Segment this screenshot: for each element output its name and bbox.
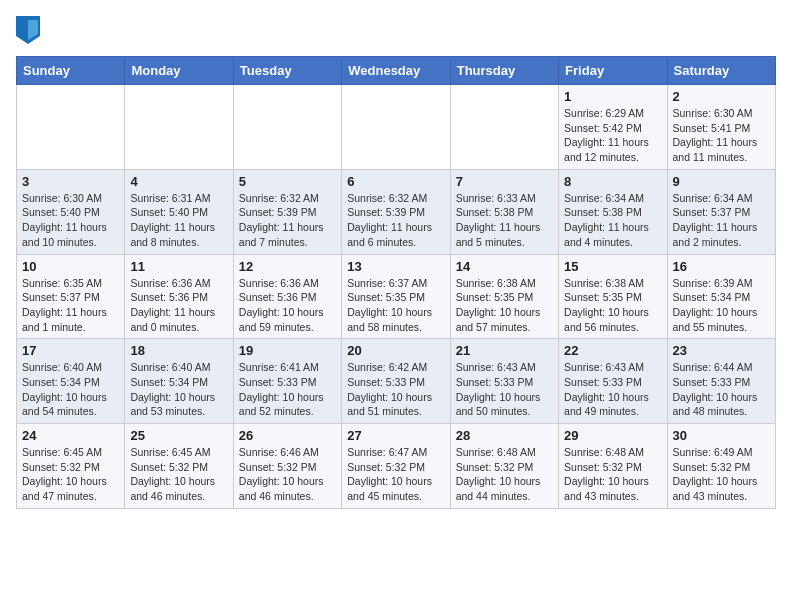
calendar-cell: 28Sunrise: 6:48 AM Sunset: 5:32 PM Dayli… xyxy=(450,424,558,509)
weekday-header: Tuesday xyxy=(233,57,341,85)
day-info: Sunrise: 6:45 AM Sunset: 5:32 PM Dayligh… xyxy=(130,445,227,504)
calendar-cell: 16Sunrise: 6:39 AM Sunset: 5:34 PM Dayli… xyxy=(667,254,775,339)
day-number: 25 xyxy=(130,428,227,443)
calendar-cell: 13Sunrise: 6:37 AM Sunset: 5:35 PM Dayli… xyxy=(342,254,450,339)
day-info: Sunrise: 6:32 AM Sunset: 5:39 PM Dayligh… xyxy=(347,191,444,250)
weekday-header: Sunday xyxy=(17,57,125,85)
calendar-cell: 24Sunrise: 6:45 AM Sunset: 5:32 PM Dayli… xyxy=(17,424,125,509)
day-info: Sunrise: 6:34 AM Sunset: 5:38 PM Dayligh… xyxy=(564,191,661,250)
calendar-week-row: 3Sunrise: 6:30 AM Sunset: 5:40 PM Daylig… xyxy=(17,169,776,254)
calendar-cell: 4Sunrise: 6:31 AM Sunset: 5:40 PM Daylig… xyxy=(125,169,233,254)
day-info: Sunrise: 6:32 AM Sunset: 5:39 PM Dayligh… xyxy=(239,191,336,250)
day-number: 29 xyxy=(564,428,661,443)
day-info: Sunrise: 6:36 AM Sunset: 5:36 PM Dayligh… xyxy=(239,276,336,335)
day-number: 27 xyxy=(347,428,444,443)
day-info: Sunrise: 6:38 AM Sunset: 5:35 PM Dayligh… xyxy=(456,276,553,335)
calendar-cell: 14Sunrise: 6:38 AM Sunset: 5:35 PM Dayli… xyxy=(450,254,558,339)
weekday-row: SundayMondayTuesdayWednesdayThursdayFrid… xyxy=(17,57,776,85)
calendar-cell: 20Sunrise: 6:42 AM Sunset: 5:33 PM Dayli… xyxy=(342,339,450,424)
weekday-header: Saturday xyxy=(667,57,775,85)
calendar-cell: 10Sunrise: 6:35 AM Sunset: 5:37 PM Dayli… xyxy=(17,254,125,339)
day-info: Sunrise: 6:33 AM Sunset: 5:38 PM Dayligh… xyxy=(456,191,553,250)
calendar-cell: 2Sunrise: 6:30 AM Sunset: 5:41 PM Daylig… xyxy=(667,85,775,170)
day-number: 15 xyxy=(564,259,661,274)
day-info: Sunrise: 6:48 AM Sunset: 5:32 PM Dayligh… xyxy=(456,445,553,504)
day-number: 26 xyxy=(239,428,336,443)
calendar-header: SundayMondayTuesdayWednesdayThursdayFrid… xyxy=(17,57,776,85)
day-number: 7 xyxy=(456,174,553,189)
calendar-week-row: 24Sunrise: 6:45 AM Sunset: 5:32 PM Dayli… xyxy=(17,424,776,509)
day-number: 13 xyxy=(347,259,444,274)
day-number: 18 xyxy=(130,343,227,358)
calendar-cell: 12Sunrise: 6:36 AM Sunset: 5:36 PM Dayli… xyxy=(233,254,341,339)
day-number: 11 xyxy=(130,259,227,274)
calendar-cell: 9Sunrise: 6:34 AM Sunset: 5:37 PM Daylig… xyxy=(667,169,775,254)
day-info: Sunrise: 6:40 AM Sunset: 5:34 PM Dayligh… xyxy=(130,360,227,419)
calendar-cell xyxy=(125,85,233,170)
day-number: 2 xyxy=(673,89,770,104)
weekday-header: Thursday xyxy=(450,57,558,85)
day-number: 5 xyxy=(239,174,336,189)
day-info: Sunrise: 6:43 AM Sunset: 5:33 PM Dayligh… xyxy=(456,360,553,419)
calendar-cell: 15Sunrise: 6:38 AM Sunset: 5:35 PM Dayli… xyxy=(559,254,667,339)
day-number: 3 xyxy=(22,174,119,189)
weekday-header: Monday xyxy=(125,57,233,85)
day-number: 4 xyxy=(130,174,227,189)
calendar-cell: 26Sunrise: 6:46 AM Sunset: 5:32 PM Dayli… xyxy=(233,424,341,509)
weekday-header: Friday xyxy=(559,57,667,85)
day-number: 10 xyxy=(22,259,119,274)
calendar-cell: 3Sunrise: 6:30 AM Sunset: 5:40 PM Daylig… xyxy=(17,169,125,254)
day-number: 19 xyxy=(239,343,336,358)
day-number: 6 xyxy=(347,174,444,189)
calendar-table: SundayMondayTuesdayWednesdayThursdayFrid… xyxy=(16,56,776,509)
calendar-cell: 5Sunrise: 6:32 AM Sunset: 5:39 PM Daylig… xyxy=(233,169,341,254)
day-info: Sunrise: 6:35 AM Sunset: 5:37 PM Dayligh… xyxy=(22,276,119,335)
calendar-cell xyxy=(342,85,450,170)
day-info: Sunrise: 6:36 AM Sunset: 5:36 PM Dayligh… xyxy=(130,276,227,335)
day-info: Sunrise: 6:45 AM Sunset: 5:32 PM Dayligh… xyxy=(22,445,119,504)
calendar-week-row: 1Sunrise: 6:29 AM Sunset: 5:42 PM Daylig… xyxy=(17,85,776,170)
day-number: 28 xyxy=(456,428,553,443)
calendar-cell: 19Sunrise: 6:41 AM Sunset: 5:33 PM Dayli… xyxy=(233,339,341,424)
calendar-week-row: 17Sunrise: 6:40 AM Sunset: 5:34 PM Dayli… xyxy=(17,339,776,424)
day-info: Sunrise: 6:49 AM Sunset: 5:32 PM Dayligh… xyxy=(673,445,770,504)
calendar-cell: 27Sunrise: 6:47 AM Sunset: 5:32 PM Dayli… xyxy=(342,424,450,509)
weekday-header: Wednesday xyxy=(342,57,450,85)
day-info: Sunrise: 6:39 AM Sunset: 5:34 PM Dayligh… xyxy=(673,276,770,335)
day-info: Sunrise: 6:44 AM Sunset: 5:33 PM Dayligh… xyxy=(673,360,770,419)
calendar-cell: 29Sunrise: 6:48 AM Sunset: 5:32 PM Dayli… xyxy=(559,424,667,509)
calendar-cell: 23Sunrise: 6:44 AM Sunset: 5:33 PM Dayli… xyxy=(667,339,775,424)
day-info: Sunrise: 6:40 AM Sunset: 5:34 PM Dayligh… xyxy=(22,360,119,419)
day-number: 22 xyxy=(564,343,661,358)
logo xyxy=(16,16,44,44)
calendar-cell: 8Sunrise: 6:34 AM Sunset: 5:38 PM Daylig… xyxy=(559,169,667,254)
calendar-cell xyxy=(233,85,341,170)
page-header xyxy=(16,16,776,44)
day-info: Sunrise: 6:31 AM Sunset: 5:40 PM Dayligh… xyxy=(130,191,227,250)
calendar-cell xyxy=(17,85,125,170)
day-number: 8 xyxy=(564,174,661,189)
day-info: Sunrise: 6:41 AM Sunset: 5:33 PM Dayligh… xyxy=(239,360,336,419)
calendar-cell: 1Sunrise: 6:29 AM Sunset: 5:42 PM Daylig… xyxy=(559,85,667,170)
day-info: Sunrise: 6:43 AM Sunset: 5:33 PM Dayligh… xyxy=(564,360,661,419)
day-info: Sunrise: 6:34 AM Sunset: 5:37 PM Dayligh… xyxy=(673,191,770,250)
calendar-cell: 18Sunrise: 6:40 AM Sunset: 5:34 PM Dayli… xyxy=(125,339,233,424)
day-info: Sunrise: 6:30 AM Sunset: 5:40 PM Dayligh… xyxy=(22,191,119,250)
calendar-cell: 7Sunrise: 6:33 AM Sunset: 5:38 PM Daylig… xyxy=(450,169,558,254)
calendar-cell: 30Sunrise: 6:49 AM Sunset: 5:32 PM Dayli… xyxy=(667,424,775,509)
day-number: 17 xyxy=(22,343,119,358)
calendar-week-row: 10Sunrise: 6:35 AM Sunset: 5:37 PM Dayli… xyxy=(17,254,776,339)
day-number: 21 xyxy=(456,343,553,358)
calendar-body: 1Sunrise: 6:29 AM Sunset: 5:42 PM Daylig… xyxy=(17,85,776,509)
day-info: Sunrise: 6:29 AM Sunset: 5:42 PM Dayligh… xyxy=(564,106,661,165)
calendar-cell: 6Sunrise: 6:32 AM Sunset: 5:39 PM Daylig… xyxy=(342,169,450,254)
day-number: 30 xyxy=(673,428,770,443)
day-number: 16 xyxy=(673,259,770,274)
day-info: Sunrise: 6:42 AM Sunset: 5:33 PM Dayligh… xyxy=(347,360,444,419)
logo-icon xyxy=(16,16,40,44)
day-number: 14 xyxy=(456,259,553,274)
day-number: 9 xyxy=(673,174,770,189)
calendar-cell: 11Sunrise: 6:36 AM Sunset: 5:36 PM Dayli… xyxy=(125,254,233,339)
calendar-cell: 22Sunrise: 6:43 AM Sunset: 5:33 PM Dayli… xyxy=(559,339,667,424)
day-info: Sunrise: 6:30 AM Sunset: 5:41 PM Dayligh… xyxy=(673,106,770,165)
